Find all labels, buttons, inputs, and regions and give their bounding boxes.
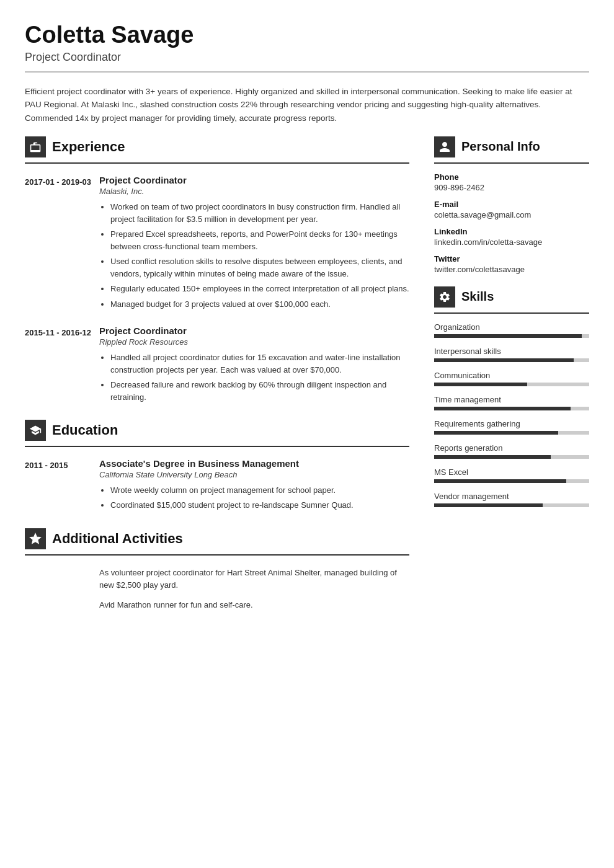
- skills-title: Skills: [461, 290, 494, 304]
- skill-name-7: Vendor management: [434, 492, 589, 501]
- skill-bar-bg-7: [434, 503, 589, 507]
- personal-title: Personal Info: [461, 140, 540, 154]
- personal-info: Phone 909-896-2462 E-mail coletta.savage…: [434, 172, 589, 274]
- education-dates-0: 2011 - 2015: [25, 458, 99, 514]
- skill-bar-bg-2: [434, 383, 589, 386]
- twitter-value: twitter.com/colettasavage: [434, 265, 589, 274]
- experience-role-1: Project Coordinator: [99, 326, 409, 336]
- skills-section-header: Skills: [434, 286, 589, 314]
- skill-name-4: Requirements gathering: [434, 419, 589, 428]
- candidate-name: Coletta Savage: [25, 22, 589, 48]
- skills-list: OrganizationInterpersonal skillsCommunic…: [434, 322, 589, 507]
- personal-icon: [434, 136, 455, 157]
- additional-section-header: Additional Activities: [25, 528, 409, 556]
- skill-name-0: Organization: [434, 322, 589, 332]
- experience-org-1: Rippled Rock Resources: [99, 337, 409, 347]
- experience-content-0: Project CoordinatorMalaski, Inc.Worked o…: [99, 175, 409, 313]
- education-bullet-0-1: Coordinated $15,000 student project to r…: [110, 499, 409, 512]
- star-svg: [29, 533, 42, 545]
- education-title: Education: [52, 422, 118, 438]
- skill-name-2: Communication: [434, 371, 589, 380]
- skill-bar-bg-6: [434, 479, 589, 483]
- person-svg: [438, 141, 451, 153]
- twitter-item: Twitter twitter.com/colettasavage: [434, 254, 589, 274]
- header-divider: [25, 71, 589, 73]
- linkedin-value: linkedin.com/in/coletta-savage: [434, 237, 589, 247]
- experience-dates-0: 2017-01 - 2019-03: [25, 175, 99, 313]
- skill-bar-fill-2: [434, 383, 527, 386]
- experience-bullets-1: Handled all project coordinator duties f…: [99, 352, 409, 404]
- skill-bar-bg-1: [434, 358, 589, 362]
- left-column: Experience 2017-01 - 2019-03Project Coor…: [25, 136, 428, 619]
- skill-item-7: Vendor management: [434, 492, 589, 507]
- education-bullet-0-0: Wrote weekly column on project managemen…: [110, 484, 409, 497]
- skill-bar-fill-3: [434, 407, 571, 410]
- phone-label: Phone: [434, 172, 589, 182]
- right-column: Personal Info Phone 909-896-2462 E-mail …: [428, 136, 589, 619]
- experience-role-0: Project Coordinator: [99, 175, 409, 185]
- skill-bar-bg-3: [434, 407, 589, 410]
- skill-name-6: MS Excel: [434, 467, 589, 477]
- skill-bar-bg-5: [434, 455, 589, 459]
- skills-icon: [434, 286, 455, 308]
- candidate-title: Project Coordinator: [25, 51, 589, 64]
- skill-item-3: Time management: [434, 395, 589, 410]
- education-icon: [25, 420, 46, 441]
- graduation-svg: [29, 424, 42, 436]
- twitter-label: Twitter: [434, 254, 589, 264]
- skill-bar-fill-5: [434, 455, 551, 459]
- skill-bar-fill-4: [434, 431, 558, 435]
- experience-entry-0: 2017-01 - 2019-03Project CoordinatorMala…: [25, 175, 409, 313]
- education-org-0: California State University Long Beach: [99, 470, 409, 479]
- additional-icon: [25, 528, 46, 549]
- skill-item-6: MS Excel: [434, 467, 589, 483]
- additional-title: Additional Activities: [52, 531, 183, 547]
- experience-org-0: Malaski, Inc.: [99, 187, 409, 196]
- experience-icon: [25, 136, 46, 157]
- skill-bar-fill-6: [434, 479, 566, 483]
- email-label: E-mail: [434, 200, 589, 209]
- skill-bar-bg-0: [434, 334, 589, 338]
- experience-bullet-0-0: Worked on team of two project coordinato…: [110, 201, 409, 226]
- resume-page: Coletta Savage Project Coordinator Effic…: [0, 0, 614, 644]
- briefcase-svg: [29, 141, 42, 153]
- skill-item-0: Organization: [434, 322, 589, 338]
- skill-item-5: Reports generation: [434, 443, 589, 459]
- skill-item-2: Communication: [434, 371, 589, 386]
- skill-bar-fill-7: [434, 503, 543, 507]
- education-list: 2011 - 2015Associate's Degree in Busines…: [25, 458, 409, 514]
- experience-list: 2017-01 - 2019-03Project CoordinatorMala…: [25, 175, 409, 407]
- experience-bullet-0-2: Used conflict resolution skills to resol…: [110, 255, 409, 280]
- additional-list: As volunteer project coordinator for Har…: [25, 567, 409, 611]
- personal-section-header: Personal Info: [434, 136, 589, 164]
- experience-content-1: Project CoordinatorRippled Rock Resource…: [99, 326, 409, 407]
- additional-item-1: Avid Marathon runner for fun and self-ca…: [99, 599, 409, 611]
- experience-bullet-0-4: Managed budget for 3 projects valued at …: [110, 298, 409, 311]
- education-section-header: Education: [25, 420, 409, 447]
- linkedin-label: LinkedIn: [434, 227, 589, 236]
- education-entry-0: 2011 - 2015Associate's Degree in Busines…: [25, 458, 409, 514]
- experience-bullet-1-0: Handled all project coordinator duties f…: [110, 352, 409, 376]
- experience-section-header: Experience: [25, 136, 409, 164]
- education-bullets-0: Wrote weekly column on project managemen…: [99, 484, 409, 512]
- phone-value: 909-896-2462: [434, 183, 589, 192]
- education-degree-0: Associate's Degree in Business Managemen…: [99, 458, 409, 469]
- skills-svg: [438, 291, 451, 303]
- experience-title: Experience: [52, 139, 125, 155]
- education-content-0: Associate's Degree in Business Managemen…: [99, 458, 409, 514]
- email-item: E-mail coletta.savage@gmail.com: [434, 200, 589, 219]
- candidate-summary: Efficient project coordinator with 3+ ye…: [25, 85, 589, 125]
- skill-bar-fill-1: [434, 358, 574, 362]
- experience-bullet-0-3: Regularly educated 150+ employees in the…: [110, 283, 409, 295]
- additional-item-0: As volunteer project coordinator for Har…: [99, 567, 409, 591]
- experience-bullets-0: Worked on team of two project coordinato…: [99, 201, 409, 311]
- skill-name-3: Time management: [434, 395, 589, 404]
- skill-item-4: Requirements gathering: [434, 419, 589, 435]
- experience-dates-1: 2015-11 - 2016-12: [25, 326, 99, 407]
- main-columns: Experience 2017-01 - 2019-03Project Coor…: [25, 136, 589, 619]
- skill-item-1: Interpersonal skills: [434, 347, 589, 362]
- header-section: Coletta Savage Project Coordinator Effic…: [25, 22, 589, 125]
- skill-bar-bg-4: [434, 431, 589, 435]
- skill-bar-fill-0: [434, 334, 582, 338]
- experience-entry-1: 2015-11 - 2016-12Project CoordinatorRipp…: [25, 326, 409, 407]
